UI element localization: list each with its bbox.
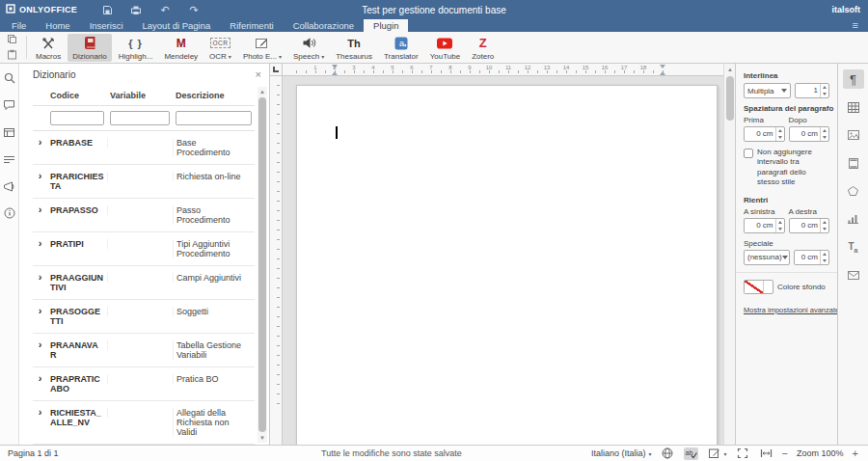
chat-icon[interactable] (3, 152, 16, 166)
table-row[interactable]: ›PRABASEBase Procedimento (33, 131, 255, 165)
filter-variabile-input[interactable] (110, 111, 170, 125)
scroll-down-icon[interactable]: ▼ (258, 433, 267, 443)
print-icon[interactable] (129, 3, 143, 16)
table-row[interactable]: ›PRATIPITipi Aggiuntivi Procedimento (33, 232, 255, 266)
tab-layout-di-pagina[interactable]: Layout di Pagina (133, 19, 221, 32)
zoom-in-icon[interactable]: + (853, 448, 858, 459)
advanced-settings-link[interactable]: Mostra impostazioni avanzate (744, 306, 829, 314)
plugin-button-youtube[interactable]: YouTube (425, 34, 465, 62)
plugin-button-translator[interactable]: aTranslator (379, 34, 423, 62)
table-row[interactable]: ›PRARICHIESTARichiesta on-line (33, 165, 255, 199)
document-page[interactable] (296, 85, 718, 445)
expand-row-icon[interactable]: › (33, 273, 47, 282)
indent-right-value: 0 cm (790, 219, 821, 232)
fit-page-icon[interactable] (736, 447, 750, 460)
textart-settings-icon[interactable]: Ta (843, 237, 864, 257)
expand-row-icon[interactable]: › (33, 340, 47, 349)
right-indent-marker[interactable] (660, 65, 666, 75)
page-indicator[interactable]: Pagina 1 di 1 (8, 448, 59, 458)
same-style-checkbox[interactable] (744, 149, 753, 158)
indent-right-stepper[interactable]: 0 cm (789, 218, 830, 233)
plugin-button-speech[interactable]: Speech▾ (288, 34, 329, 62)
tab-plugin[interactable]: Plugin (364, 19, 408, 32)
special-amount-stepper[interactable]: 0 cm (794, 250, 829, 265)
horizontal-ruler[interactable]: 123456789101112131415161718 (283, 64, 723, 76)
main-area: Dizionario × Codice Variabile Descrizion… (0, 64, 868, 445)
document-scrollbar[interactable]: ▲ (723, 64, 735, 445)
expand-row-icon[interactable]: › (33, 172, 47, 180)
copy-icon[interactable] (7, 34, 17, 46)
expand-row-icon[interactable]: › (33, 307, 47, 315)
tab-file[interactable]: File (2, 19, 36, 32)
plugin-button-highligh[interactable]: { }Highligh... (114, 34, 158, 62)
ruler-number: 6 (410, 65, 413, 70)
image-settings-icon[interactable] (843, 125, 864, 145)
paste-icon[interactable] (7, 49, 17, 62)
indent-left-stepper[interactable]: 0 cm (744, 218, 785, 233)
table-row[interactable]: ›PRASOGGETTISoggetti (33, 300, 255, 334)
fit-width-icon[interactable] (759, 447, 773, 460)
expand-row-icon[interactable]: › (33, 205, 47, 214)
table-row[interactable]: ›PRAAGGIUNTIVICampi Aggiuntivi (33, 266, 255, 300)
tab-stop-selector[interactable] (270, 64, 283, 76)
headers-footers-icon[interactable] (843, 153, 864, 173)
hamburger-icon[interactable]: ≡ (853, 19, 858, 32)
mail-merge-icon[interactable] (843, 265, 864, 285)
filter-descrizione-input[interactable] (176, 111, 252, 125)
table-row[interactable]: ›PRAPASSOPasso Procedimento (33, 199, 255, 232)
expand-row-icon[interactable]: › (33, 408, 47, 417)
line-spacing-select[interactable]: Multipla (744, 83, 791, 98)
close-icon[interactable]: × (256, 69, 261, 80)
tab-inserisci[interactable]: Inserisci (80, 19, 133, 32)
table-settings-icon[interactable] (843, 97, 864, 117)
language-selector[interactable]: Italiano (Italia) ▾ (591, 448, 652, 458)
expand-row-icon[interactable]: › (33, 138, 47, 147)
plugin-button-ocr[interactable]: OCROCR▾ (204, 34, 236, 62)
line-spacing-amount-stepper[interactable]: 1 (795, 83, 829, 98)
scrollbar-thumb[interactable] (258, 97, 266, 432)
plugin-button-photoe[interactable]: Photo E...▾ (238, 34, 286, 62)
plugin-button-mendeley[interactable]: MMendeley (159, 34, 203, 62)
special-indent-select[interactable]: (nessuna) (744, 250, 790, 265)
save-icon[interactable] (100, 3, 114, 16)
vertical-ruler[interactable] (270, 76, 283, 445)
plugin-button-zotero[interactable]: ZZotero (467, 34, 499, 62)
scrollbar-thumb[interactable] (726, 76, 734, 121)
feedback-icon[interactable] (3, 179, 16, 193)
scroll-up-icon[interactable]: ▲ (258, 87, 267, 96)
spacing-before-stepper[interactable]: 0 cm (744, 126, 785, 142)
chevron-down-icon: ▾ (724, 450, 727, 457)
filter-codice-input[interactable] (50, 111, 104, 125)
expand-row-icon[interactable]: › (33, 239, 47, 248)
document-area[interactable]: 123456789101112131415161718 ▲ (270, 64, 735, 445)
table-row[interactable]: ›PRAANAVARTabella Gestione Variabili (33, 334, 255, 367)
search-icon[interactable] (3, 71, 16, 85)
track-changes-button[interactable]: ▾ (707, 447, 727, 460)
plugin-button-thesaurus[interactable]: ThThesaurus (331, 34, 377, 62)
spell-checking-icon[interactable]: ab (684, 447, 698, 460)
text-cursor (336, 126, 338, 139)
shape-settings-icon[interactable] (843, 181, 864, 201)
table-row[interactable]: ›PRAPRATICABOPratica BO (33, 367, 255, 401)
plugin-button-dizionario[interactable]: Dizionario (68, 34, 112, 62)
tab-riferimenti[interactable]: Riferimenti (220, 19, 283, 32)
expand-row-icon[interactable]: › (33, 374, 47, 383)
tab-collaborazione[interactable]: Collaborazione (284, 19, 364, 32)
globe-icon[interactable] (661, 447, 675, 460)
plugin-button-macros[interactable]: Macros (31, 34, 66, 62)
chart-settings-icon[interactable] (843, 209, 864, 229)
comments-icon[interactable] (3, 98, 16, 112)
zoom-out-icon[interactable]: − (782, 448, 788, 459)
about-icon[interactable] (3, 206, 16, 220)
youtube-icon (437, 36, 452, 51)
background-color-picker[interactable] (744, 280, 773, 294)
paragraph-settings-icon[interactable]: ¶ (843, 69, 864, 89)
tab-home[interactable]: Home (36, 19, 79, 32)
redo-icon[interactable]: ↷ (187, 3, 201, 16)
scroll-up-icon[interactable]: ▲ (724, 64, 735, 75)
spacing-after-stepper[interactable]: 0 cm (789, 126, 830, 142)
table-row[interactable]: ›RICHIESTA_ALLE_NVAllegati della Richies… (33, 401, 255, 445)
undo-icon[interactable]: ↶ (158, 3, 172, 16)
navigation-icon[interactable] (3, 125, 16, 139)
dictionary-table-scrollbar[interactable]: ▲ ▼ (258, 87, 267, 443)
